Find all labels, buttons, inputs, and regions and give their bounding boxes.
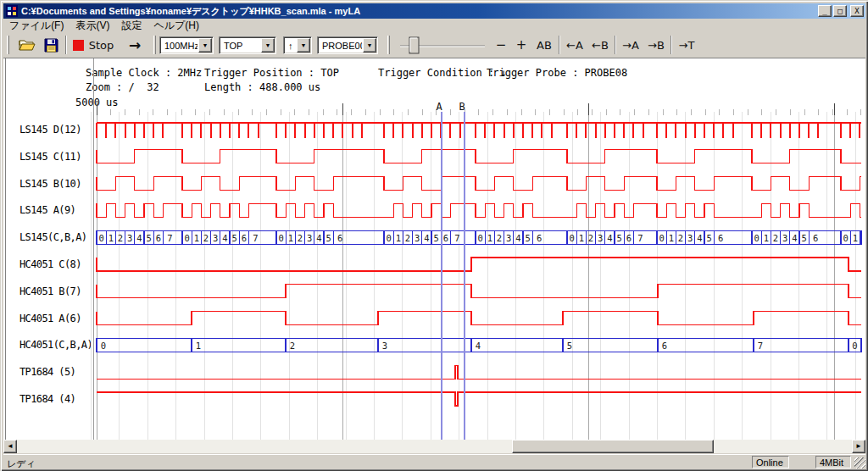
open-file-button[interactable] [15, 35, 39, 55]
run-button[interactable]: → [120, 35, 149, 55]
svg-text:1: 1 [764, 233, 769, 243]
zoom-slider[interactable] [397, 35, 490, 55]
toolbar-gripper[interactable] [387, 36, 390, 54]
channel-trace [97, 177, 861, 191]
label-wave-divider [93, 58, 94, 440]
svg-text:4: 4 [316, 233, 321, 243]
waveform-plot: 0123456701234567012345601234567012345601… [3, 58, 866, 441]
svg-text:4: 4 [515, 233, 520, 243]
svg-text:4: 4 [607, 233, 612, 243]
slider-thumb[interactable] [409, 37, 419, 53]
toolbar-gripper[interactable] [153, 36, 156, 54]
svg-text:5: 5 [433, 233, 438, 243]
cursor-b-line[interactable]: B [459, 101, 465, 440]
svg-text:2: 2 [678, 233, 683, 243]
dropdown-arrow-icon[interactable]: ▼ [261, 38, 275, 53]
svg-text:0: 0 [386, 233, 391, 243]
svg-text:3: 3 [782, 233, 787, 243]
svg-text:5: 5 [567, 341, 572, 351]
menu-view[interactable]: 表示(V) [70, 18, 115, 34]
svg-text:5: 5 [231, 233, 236, 243]
app-icon [6, 5, 18, 17]
svg-text:B: B [459, 101, 465, 113]
svg-text:7: 7 [637, 233, 643, 243]
svg-text:0: 0 [98, 233, 103, 243]
goto-cursor-b-button[interactable]: ←B [588, 35, 612, 55]
trigger-position-value: TOP [220, 41, 260, 51]
toolbar-separator [670, 36, 672, 54]
zoom-out-button[interactable]: − [492, 35, 510, 55]
svg-text:2: 2 [497, 233, 502, 243]
horizontal-scrollbar[interactable]: ◄ ► [3, 440, 865, 453]
channel-trace [97, 123, 861, 138]
svg-text:3: 3 [598, 233, 603, 243]
close-button[interactable]: X [850, 5, 864, 17]
resize-grip[interactable] [854, 457, 865, 468]
cursor-a-line[interactable]: A [436, 101, 442, 440]
svg-text:1: 1 [396, 233, 401, 243]
svg-text:4: 4 [424, 233, 429, 243]
goto-trigger-button[interactable]: →T [675, 35, 698, 55]
scroll-right-arrow-icon[interactable]: ► [852, 440, 865, 453]
svg-text:7: 7 [454, 233, 459, 243]
menu-file[interactable]: ファイル(F) [3, 18, 70, 34]
svg-text:7: 7 [758, 341, 763, 351]
svg-text:2: 2 [203, 233, 209, 243]
trigger-probe-combo[interactable]: PROBE00 ▼ [317, 36, 378, 54]
open-folder-icon [19, 38, 36, 52]
menubar: ファイル(F) 表示(V) 設定 ヘルプ(H) [3, 19, 865, 33]
svg-text:4: 4 [792, 233, 797, 243]
svg-text:4: 4 [476, 341, 481, 351]
maximize-button[interactable]: □ [833, 5, 847, 17]
scrollbar-thumb[interactable] [512, 440, 714, 453]
toolbar-separator [559, 36, 560, 54]
svg-text:4: 4 [222, 233, 227, 243]
channel-trace [97, 150, 861, 163]
svg-text:1: 1 [288, 233, 293, 243]
svg-text:0: 0 [101, 341, 106, 351]
channel-trace [97, 392, 861, 406]
trigger-probe-value: PROBE00 [318, 41, 362, 51]
stop-button[interactable]: Stop [71, 35, 115, 55]
svg-text:7: 7 [253, 233, 258, 243]
set-cursor-a-button[interactable]: →A [619, 35, 643, 55]
svg-text:0: 0 [477, 233, 482, 243]
svg-text:6: 6 [813, 233, 818, 243]
toolbar: Stop → 100MHz ▼ TOP ▼ ↑ ▼ PROBE00 ▼ [3, 33, 865, 58]
stop-label: Stop [89, 39, 114, 52]
toolbar-gripper[interactable] [7, 36, 9, 54]
trigger-position-combo[interactable]: TOP ▼ [219, 36, 276, 54]
svg-text:6: 6 [626, 233, 632, 243]
svg-text:A: A [436, 101, 442, 113]
svg-text:2: 2 [298, 233, 303, 243]
svg-text:0: 0 [754, 233, 759, 243]
svg-text:3: 3 [415, 233, 420, 243]
trigger-edge-combo[interactable]: ↑ ▼ [283, 36, 312, 54]
svg-text:3: 3 [382, 341, 387, 351]
menu-settings[interactable]: 設定 [115, 18, 147, 34]
scroll-left-arrow-icon[interactable]: ◄ [3, 440, 17, 453]
save-floppy-icon [44, 38, 58, 53]
goto-cursor-a-button[interactable]: ←A [563, 35, 587, 55]
svg-text:1: 1 [579, 233, 584, 243]
zoom-in-button[interactable]: + [512, 35, 531, 55]
statusbar: レディ Online 4MBit [3, 454, 865, 469]
svg-text:5: 5 [706, 233, 711, 243]
svg-text:2: 2 [773, 233, 778, 243]
svg-text:2: 2 [290, 341, 295, 351]
menu-help[interactable]: ヘルプ(H) [147, 18, 205, 34]
ab-button[interactable]: AB [532, 35, 556, 55]
titlebar[interactable]: C:¥Documents and Settings¥noname¥デスクトップ¥… [3, 3, 865, 19]
sample-clock-combo[interactable]: 100MHz ▼ [159, 36, 214, 54]
toolbar-separator [65, 36, 67, 54]
dropdown-arrow-icon[interactable]: ▼ [363, 38, 376, 53]
dropdown-arrow-icon[interactable]: ▼ [198, 38, 212, 53]
set-cursor-b-button[interactable]: →B [644, 35, 668, 55]
minimize-button[interactable]: _ [818, 5, 832, 17]
dropdown-arrow-icon[interactable]: ▼ [297, 38, 310, 53]
svg-text:1: 1 [196, 341, 201, 351]
svg-text:1: 1 [487, 233, 492, 243]
svg-text:5: 5 [525, 233, 530, 243]
svg-text:0: 0 [843, 233, 848, 243]
save-button[interactable] [39, 35, 63, 55]
